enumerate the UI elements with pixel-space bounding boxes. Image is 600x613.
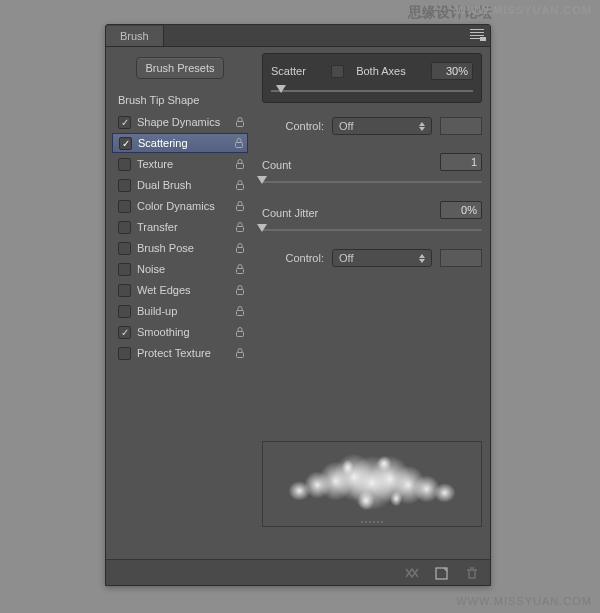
lock-icon[interactable] [234,158,246,170]
option-noise[interactable]: Noise [112,259,248,279]
option-checkbox[interactable] [118,221,131,234]
option-label: Transfer [137,221,234,233]
lock-icon[interactable] [234,221,246,233]
svg-rect-10 [237,332,244,337]
option-label: Scattering [138,137,233,149]
jitter-control-value [440,249,482,267]
lock-icon[interactable] [234,242,246,254]
option-shape-dynamics[interactable]: Shape Dynamics [112,112,248,132]
brush-preview [262,441,482,527]
svg-rect-11 [237,353,244,358]
brush-tip-shape-item[interactable]: Brush Tip Shape [112,89,248,111]
option-color-dynamics[interactable]: Color Dynamics [112,196,248,216]
svg-rect-3 [237,185,244,190]
option-protect-texture[interactable]: Protect Texture [112,343,248,363]
option-label: Dual Brush [137,179,234,191]
option-label: Brush Pose [137,242,234,254]
brush-options-sidebar: Brush Presets Brush Tip Shape Shape Dyna… [106,47,254,559]
watermark-url-bottom: WWW.MISSYUAN.COM [456,595,592,607]
lock-icon[interactable] [234,347,246,359]
option-checkbox[interactable] [118,179,131,192]
option-checkbox[interactable] [118,116,131,129]
new-preset-icon[interactable] [434,565,450,581]
both-axes-checkbox[interactable] [331,65,344,78]
lock-icon[interactable] [234,116,246,128]
scatter-control-value [440,117,482,135]
svg-rect-2 [237,164,244,169]
option-smoothing[interactable]: Smoothing [112,322,248,342]
lock-icon[interactable] [234,200,246,212]
jitter-control-label: Control: [262,252,324,264]
brush-panel: Brush Brush Presets Brush Tip Shape Shap… [105,24,491,586]
svg-point-22 [377,456,392,472]
option-transfer[interactable]: Transfer [112,217,248,237]
svg-point-20 [434,483,456,503]
count-jitter-label: Count Jitter [262,207,318,219]
svg-rect-1 [236,143,243,148]
panel-menu-icon[interactable] [470,29,484,39]
scatter-label: Scatter [271,65,306,77]
option-texture[interactable]: Texture [112,154,248,174]
option-checkbox[interactable] [118,158,131,171]
count-slider[interactable] [262,175,482,189]
option-checkbox[interactable] [118,284,131,297]
option-brush-pose[interactable]: Brush Pose [112,238,248,258]
option-checkbox[interactable] [118,242,131,255]
option-scattering[interactable]: Scattering [112,133,248,153]
lock-icon[interactable] [234,305,246,317]
svg-point-23 [357,491,374,511]
option-build-up[interactable]: Build-up [112,301,248,321]
both-axes-label: Both Axes [356,65,406,77]
watermark-url-top: WWW.MISSYUAN.COM [456,4,592,16]
option-checkbox[interactable] [118,305,131,318]
option-checkbox[interactable] [118,263,131,276]
option-label: Shape Dynamics [137,116,234,128]
tab-brush[interactable]: Brush [106,26,164,46]
lock-icon[interactable] [234,284,246,296]
scatter-slider[interactable] [271,84,473,98]
lock-icon[interactable] [234,326,246,338]
scatter-block: Scatter Both Axes 30% [262,53,482,103]
svg-rect-6 [237,248,244,253]
option-label: Texture [137,158,234,170]
resize-grip[interactable] [361,521,383,523]
toggle-preview-icon[interactable] [404,565,420,581]
svg-rect-0 [237,122,244,127]
panel-tabbar: Brush [106,25,490,47]
option-label: Build-up [137,305,234,317]
count-jitter-slider[interactable] [262,223,482,237]
option-checkbox[interactable] [118,200,131,213]
option-label: Color Dynamics [137,200,234,212]
option-checkbox[interactable] [118,347,131,360]
option-dual-brush[interactable]: Dual Brush [112,175,248,195]
option-checkbox[interactable] [119,137,132,150]
option-wet-edges[interactable]: Wet Edges [112,280,248,300]
lock-icon[interactable] [234,179,246,191]
scattering-settings: Scatter Both Axes 30% Control: Off Count… [254,47,490,559]
count-label: Count [262,159,291,171]
count-jitter-value[interactable]: 0% [440,201,482,219]
option-label: Wet Edges [137,284,234,296]
svg-rect-5 [237,227,244,232]
option-label: Noise [137,263,234,275]
count-value[interactable]: 1 [440,153,482,171]
option-label: Smoothing [137,326,234,338]
svg-point-21 [342,460,354,476]
scatter-control-select[interactable]: Off [332,117,432,135]
scatter-value[interactable]: 30% [431,62,473,80]
svg-rect-7 [237,269,244,274]
option-label: Protect Texture [137,347,234,359]
panel-footer [106,559,490,585]
option-checkbox[interactable] [118,326,131,339]
svg-rect-4 [237,206,244,211]
lock-icon[interactable] [233,137,245,149]
svg-rect-9 [237,311,244,316]
svg-point-24 [390,491,402,507]
delete-icon[interactable] [464,565,480,581]
brush-presets-button[interactable]: Brush Presets [136,57,223,79]
svg-rect-8 [237,290,244,295]
lock-icon[interactable] [234,263,246,275]
jitter-control-select[interactable]: Off [332,249,432,267]
scatter-control-label: Control: [262,120,324,132]
